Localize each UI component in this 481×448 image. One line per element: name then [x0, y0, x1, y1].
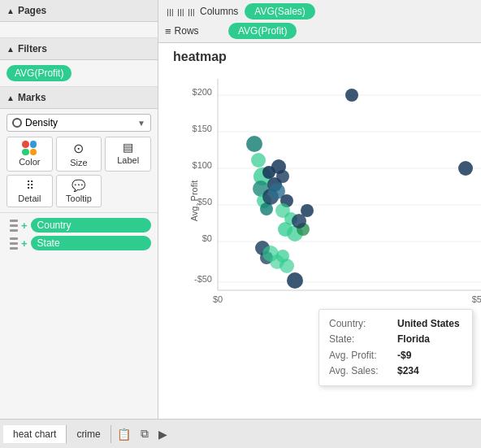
tooltip-sales-value: $234 [397, 363, 419, 379]
rows-icon: ≡ [165, 25, 171, 37]
tooltip-icon: 💬 [72, 179, 85, 192]
pages-chevron: ▲ [6, 7, 15, 15]
size-icon: ⊙ [73, 141, 84, 156]
size-label: Size [70, 158, 87, 167]
columns-shelf-row: ⫼⫼⫼ Columns AVG(Sales) [165, 3, 474, 20]
rows-shelf-row: ≡ Rows AVG(Profit) [165, 23, 474, 39]
chart-area: heatmap $200 $150 $100 $50 $0 -$50 Avg. … [158, 43, 481, 419]
marks-chevron: ▲ [6, 94, 15, 102]
marks-body: Density ▼ Color ⊙ Size [0, 109, 158, 213]
chart-container: ⫼⫼⫼ Columns AVG(Sales) ≡ Rows AVG(Profit… [158, 0, 481, 419]
svg-text:$150: $150 [193, 124, 212, 133]
tab-heat-chart-label: heat chart [13, 428, 56, 440]
new-sheet-icon[interactable]: 📋 [115, 425, 133, 443]
state-pill[interactable]: State [31, 236, 151, 250]
duplicate-sheet-icon[interactable]: ⧉ [138, 424, 151, 443]
svg-point-45 [287, 272, 303, 289]
tab-crime[interactable]: crime [67, 425, 110, 443]
dimension-list: + Country + State [0, 213, 158, 259]
tab-heat-chart[interactable]: heat chart [3, 425, 67, 443]
country-dim-row: + Country [6, 218, 151, 233]
chart-svg: $200 $150 $100 $50 $0 -$50 Avg. Profit $… [189, 71, 481, 347]
tooltip-country-row: Country: United States [329, 316, 462, 332]
chart-title: heatmap [173, 50, 474, 64]
tooltip-profit-value: -$9 [397, 348, 411, 363]
tooltip-label: Tooltip [66, 194, 92, 203]
state-dim-row: + State [6, 236, 151, 250]
svg-text:$500: $500 [472, 294, 481, 304]
rows-shelf-label: ≡ Rows [165, 25, 222, 37]
tab-icons-area: 📋 ⧉ ▶ [115, 424, 170, 443]
bottom-tabs: heat chart crime 📋 ⧉ ▶ [0, 419, 481, 448]
density-dropdown[interactable]: Density ▼ [6, 114, 151, 132]
state-plus-icon: + [21, 237, 28, 250]
tooltip-state-value: Florida [397, 332, 430, 347]
svg-point-44 [280, 259, 294, 273]
svg-text:-$50: -$50 [194, 274, 212, 284]
marks-grid: Color ⊙ Size ▤ Label ⠿ Detail 💬 Tooltip [6, 137, 151, 207]
filters-label: Filters [18, 43, 47, 54]
detail-label: Detail [18, 194, 41, 203]
svg-text:$0: $0 [202, 233, 212, 243]
size-mark[interactable]: ⊙ Size [56, 137, 102, 172]
density-circle-icon [12, 118, 22, 128]
marks-label: Marks [18, 92, 46, 103]
density-dropdown-chevron: ▼ [137, 119, 145, 128]
top-shelf: ⫼⫼⫼ Columns AVG(Sales) ≡ Rows AVG(Profit… [158, 0, 481, 43]
country-plus-icon: + [21, 220, 28, 232]
svg-point-18 [458, 161, 473, 176]
rows-text: Rows [175, 25, 199, 37]
columns-shelf-label: ⫼⫼⫼ Columns [165, 6, 238, 18]
svg-text:$100: $100 [193, 160, 212, 170]
tooltip-sales-row: Avg. Sales: $234 [329, 363, 462, 379]
tooltip-profit-label: Avg. Profit: [329, 348, 394, 363]
svg-point-20 [251, 153, 266, 167]
svg-text:$200: $200 [193, 87, 212, 97]
filters-chevron: ▲ [6, 45, 15, 54]
svg-point-19 [246, 136, 262, 152]
columns-text: Columns [200, 6, 238, 17]
detail-mark[interactable]: ⠿ Detail [6, 175, 53, 207]
svg-point-17 [345, 89, 358, 102]
left-panel: ▲ Pages ▲ Filters AVG(Profit) ▲ Marks De… [0, 0, 158, 419]
tooltip-profit-row: Avg. Profit: -$9 [329, 348, 462, 363]
country-pill[interactable]: Country [31, 218, 151, 233]
tooltip-country-value: United States [397, 316, 460, 332]
label-label: Label [117, 155, 139, 165]
tooltip-box: Country: United States State: Florida Av… [318, 309, 473, 386]
columns-icon: ⫼⫼⫼ [165, 6, 197, 18]
columns-pill[interactable]: AVG(Sales) [245, 3, 314, 20]
svg-point-38 [301, 204, 314, 217]
tooltip-state-label: State: [329, 332, 394, 347]
label-mark[interactable]: ▤ Label [105, 137, 151, 172]
rows-pill[interactable]: AVG(Profit) [228, 23, 297, 39]
tooltip-state-row: State: Florida [329, 332, 462, 347]
color-mark[interactable]: Color [6, 137, 53, 172]
tooltip-mark[interactable]: 💬 Tooltip [56, 175, 102, 207]
avg-profit-filter-pill[interactable]: AVG(Profit) [6, 65, 72, 81]
svg-text:$50: $50 [197, 197, 212, 207]
present-icon[interactable]: ▶ [156, 425, 170, 443]
country-level-icon [10, 220, 18, 232]
pages-label: Pages [18, 5, 46, 16]
svg-point-29 [276, 170, 289, 183]
tooltip-country-label: Country: [329, 316, 394, 332]
svg-text:$0: $0 [213, 294, 223, 304]
state-level-icon [10, 237, 18, 250]
label-icon: ▤ [123, 141, 133, 154]
filters-section-header[interactable]: ▲ Filters [0, 38, 158, 60]
pages-section-header[interactable]: ▲ Pages [0, 0, 158, 22]
filters-body: AVG(Profit) [0, 60, 158, 87]
tab-crime-label: crime [76, 428, 100, 440]
color-icon [22, 141, 37, 155]
color-label: Color [19, 157, 40, 167]
svg-text:Avg. Profit: Avg. Profit [189, 181, 199, 222]
detail-icon: ⠿ [26, 179, 32, 192]
tooltip-sales-label: Avg. Sales: [329, 363, 394, 379]
density-label: Density [25, 117, 58, 128]
marks-section-header[interactable]: ▲ Marks [0, 87, 158, 109]
